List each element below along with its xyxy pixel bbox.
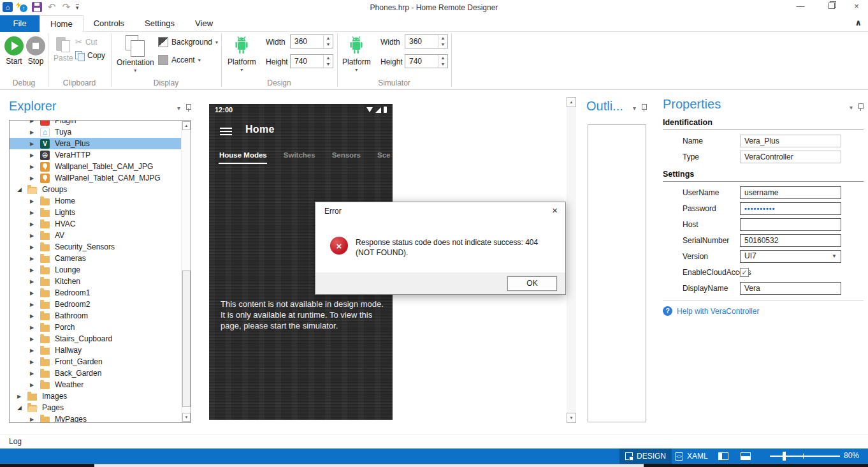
- canvas-scrollbar[interactable]: ▲ ▼: [567, 97, 576, 423]
- log-bar[interactable]: Log: [0, 434, 868, 448]
- tree-item-groups[interactable]: ◢Groups: [10, 184, 181, 195]
- panel-menu-icon[interactable]: ▾: [177, 105, 180, 112]
- tree-item-bathroom[interactable]: ▶Bathroom: [10, 310, 181, 322]
- expand-arrow-icon[interactable]: ▶: [30, 141, 38, 147]
- phone-tab-sensors[interactable]: Sensors: [332, 151, 361, 159]
- expand-arrow-icon[interactable]: ▶: [30, 130, 38, 135]
- orientation-button[interactable]: Orientation ▾: [117, 35, 154, 73]
- expand-arrow-icon[interactable]: ▶: [30, 290, 38, 296]
- spin-up-icon[interactable]: ▲: [324, 55, 333, 61]
- design-view-button[interactable]: DESIGN: [619, 448, 672, 464]
- help-link[interactable]: Help with VeraController: [677, 307, 759, 316]
- expand-arrow-icon[interactable]: ▶: [30, 244, 38, 250]
- cut-button[interactable]: ✂ Cut: [75, 37, 98, 47]
- simulator-platform-button[interactable]: Platform ▾: [342, 34, 371, 73]
- expand-arrow-icon[interactable]: ▶: [30, 267, 38, 273]
- spin-up-icon[interactable]: ▲: [438, 35, 447, 41]
- tree-item-av[interactable]: ▶AV: [10, 230, 181, 241]
- name-field[interactable]: Vera_Plus: [740, 135, 841, 147]
- host-field[interactable]: [740, 218, 841, 231]
- spin-up-icon[interactable]: ▲: [438, 55, 447, 61]
- tree-item-home[interactable]: ▶Home: [10, 195, 181, 207]
- tree-item-weather[interactable]: ▶Weather: [10, 379, 181, 390]
- help-row[interactable]: ? Help with VeraController: [663, 306, 864, 316]
- dialog-close-icon[interactable]: ×: [552, 205, 558, 216]
- tree-item-plugin[interactable]: ▶Plugin: [10, 121, 181, 126]
- expand-arrow-icon[interactable]: ▶: [30, 198, 38, 204]
- enablecloudaccess-checkbox[interactable]: ✓: [740, 268, 749, 277]
- pin-icon[interactable]: [185, 104, 191, 112]
- expand-arrow-icon[interactable]: ▶: [30, 175, 38, 181]
- expand-arrow-icon[interactable]: ▶: [30, 348, 38, 353]
- tree-item-lights[interactable]: ▶Lights: [10, 207, 181, 218]
- tab-controls[interactable]: Controls: [83, 15, 134, 32]
- outline-tree[interactable]: [588, 124, 646, 422]
- tree-item-wallpanel_tablet_cam_mjpg[interactable]: ▶WallPanel_Tablet_CAM_MJPG: [10, 172, 181, 184]
- tree-item-kitchen[interactable]: ▶Kitchen: [10, 276, 181, 287]
- tree-item-mypages[interactable]: ▶MyPages: [10, 413, 181, 422]
- ok-button[interactable]: OK: [507, 276, 557, 291]
- tab-settings[interactable]: Settings: [134, 15, 185, 32]
- simulator-height-spinner[interactable]: 740 ▲▼: [405, 54, 448, 68]
- tree-item-cameras[interactable]: ▶Cameras: [10, 253, 181, 264]
- scroll-up-icon[interactable]: ▲: [182, 121, 191, 130]
- phone-tab-house-modes[interactable]: House Modes: [219, 151, 267, 159]
- background-button[interactable]: Background ▾: [158, 37, 218, 47]
- displayname-field[interactable]: Vera: [740, 282, 841, 295]
- expand-arrow-icon[interactable]: ▶: [17, 394, 25, 399]
- split-vertical-button[interactable]: [712, 448, 734, 464]
- tree-item-pages[interactable]: ◢Pages: [10, 402, 181, 413]
- spin-up-icon[interactable]: ▲: [324, 35, 333, 41]
- collapse-arrow-icon[interactable]: ◢: [17, 404, 25, 411]
- xaml-view-button[interactable]: <> XAML: [669, 448, 714, 464]
- restore-button[interactable]: [822, 1, 835, 11]
- zoom-slider-handle[interactable]: [783, 452, 786, 461]
- tree-item-stairs_cupboard[interactable]: ▶Stairs_Cupboard: [10, 333, 181, 345]
- design-platform-button[interactable]: Platform ▾: [228, 34, 256, 73]
- close-button[interactable]: ×: [850, 1, 863, 11]
- collapse-arrow-icon[interactable]: ◢: [17, 186, 25, 193]
- paste-button[interactable]: Paste: [54, 36, 73, 63]
- design-height-spinner[interactable]: 740 ▲▼: [290, 54, 333, 68]
- scroll-up-icon[interactable]: ▲: [567, 97, 576, 107]
- expand-arrow-icon[interactable]: ▶: [30, 313, 38, 319]
- expand-arrow-icon[interactable]: ▶: [30, 121, 38, 124]
- collapse-ribbon-icon[interactable]: ∧: [855, 18, 862, 27]
- tree-item-porch[interactable]: ▶Porch: [10, 322, 181, 333]
- split-horizontal-button[interactable]: [735, 448, 756, 464]
- expand-arrow-icon[interactable]: ▶: [30, 302, 38, 308]
- tree-item-lounge[interactable]: ▶Lounge: [10, 264, 181, 276]
- expand-arrow-icon[interactable]: ▶: [30, 233, 38, 239]
- tab-view[interactable]: View: [185, 15, 223, 32]
- expand-arrow-icon[interactable]: ▶: [30, 279, 38, 285]
- serialnumber-field[interactable]: 50160532: [740, 234, 841, 247]
- tree-item-tuya[interactable]: ▶⌂Tuya: [10, 126, 181, 138]
- panel-menu-icon[interactable]: ▾: [850, 104, 853, 111]
- expand-arrow-icon[interactable]: ▶: [30, 359, 38, 365]
- type-field[interactable]: VeraController: [740, 151, 841, 163]
- tree-item-bedroom1[interactable]: ▶Bedroom1: [10, 287, 181, 299]
- zoom-slider[interactable]: [770, 456, 840, 457]
- copy-button[interactable]: Copy: [75, 51, 105, 60]
- pin-icon[interactable]: [641, 104, 647, 112]
- tab-file[interactable]: File: [0, 15, 40, 32]
- scroll-down-icon[interactable]: ▼: [567, 413, 576, 423]
- expand-arrow-icon[interactable]: ▶: [30, 221, 38, 227]
- tree-item-front_garden[interactable]: ▶Front_Garden: [10, 356, 181, 367]
- stop-button[interactable]: Stop: [26, 36, 45, 66]
- tree-item-verahttp[interactable]: ▶⊕VeraHTTP: [10, 149, 181, 161]
- tree-item-back_garden[interactable]: ▶Back_Garden: [10, 367, 181, 379]
- tree-item-security_sensors[interactable]: ▶Security_Sensors: [10, 241, 181, 253]
- expand-arrow-icon[interactable]: ▶: [30, 325, 38, 330]
- scrollbar-thumb[interactable]: [182, 271, 191, 407]
- expand-arrow-icon[interactable]: ▶: [30, 382, 38, 388]
- phone-tab-switches[interactable]: Switches: [284, 151, 315, 159]
- simulator-width-spinner[interactable]: 360 ▲▼: [405, 34, 448, 48]
- expand-arrow-icon[interactable]: ▶: [30, 164, 38, 170]
- panel-menu-icon[interactable]: ▾: [633, 105, 636, 112]
- tree-item-wallpanel_tablet_cam_jpg[interactable]: ▶Wallpanel_Tablet_CAM_JPG: [10, 161, 181, 172]
- tree-item-vera_plus[interactable]: ▶VVera_Plus: [10, 138, 181, 149]
- expand-arrow-icon[interactable]: ▶: [30, 152, 38, 158]
- start-button[interactable]: Start: [4, 36, 24, 66]
- username-field[interactable]: username: [740, 186, 841, 199]
